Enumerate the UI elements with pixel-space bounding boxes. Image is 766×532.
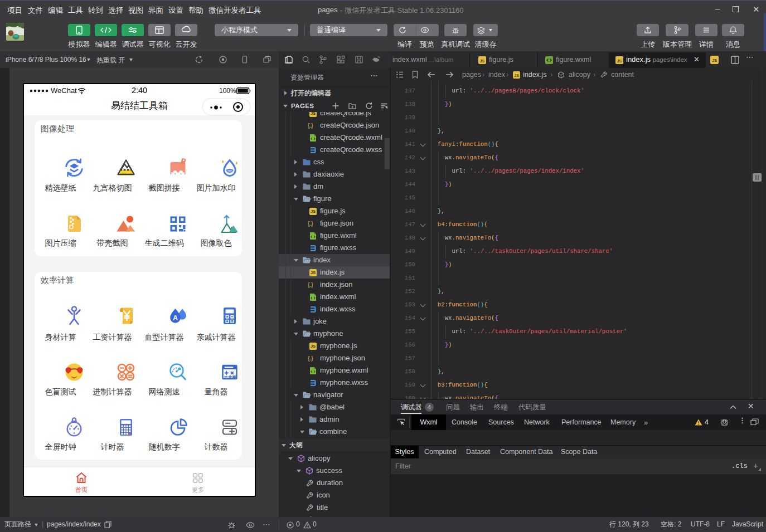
- svg-text:JS: JS: [480, 59, 485, 63]
- svg-text:JS: JS: [712, 58, 717, 63]
- svg-text:JS: JS: [617, 59, 622, 63]
- svg-text:A: A: [173, 314, 178, 322]
- svg-text:JS: JS: [515, 74, 520, 77]
